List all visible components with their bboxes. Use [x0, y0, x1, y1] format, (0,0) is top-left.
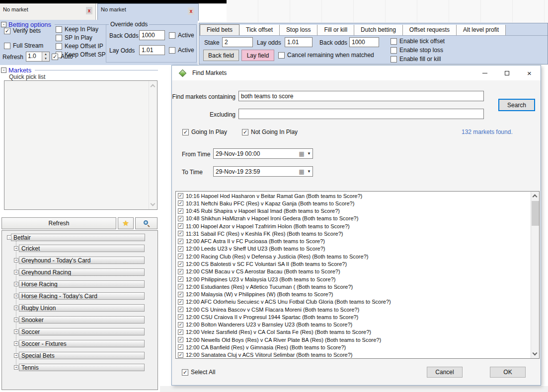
market-row[interactable]: ✓12:00 CSM Bacau v CS Aerostar Bacau (Bo… — [176, 268, 531, 275]
not-going-in-play-checkbox[interactable]: ✓ Not Going In Play — [242, 129, 298, 135]
find-markets-input[interactable]: both teams to score — [238, 91, 484, 101]
market-row[interactable]: ✓10:16 Hapoel Hod Hasharon v Beitar Rama… — [176, 192, 531, 199]
checkbox-icon[interactable] — [56, 35, 62, 41]
refresh-tree-button[interactable]: Refresh — [1, 217, 116, 229]
market-row[interactable]: ✓10:48 Shikhun HaMizrah v Hapoel Ironi G… — [176, 215, 531, 222]
spin-up-icon[interactable]: ▲ — [42, 52, 49, 57]
checkbox-icon[interactable] — [278, 52, 285, 59]
market-row[interactable]: ✓12:00 CSU Craiova II v Progresul 1944 S… — [176, 313, 531, 321]
market-row[interactable]: ✓12:00 CS Balotesti v SC FC Voluntari SA… — [176, 260, 531, 267]
spinner-buttons[interactable]: ▲▼ — [42, 52, 49, 61]
market-row[interactable]: ✓12:00 Velez Sarsfield (Res) v CA Col Sa… — [176, 328, 531, 336]
close-button[interactable]: × — [518, 65, 541, 80]
checkbox-icon[interactable] — [56, 26, 62, 33]
tree-node-cricket[interactable]: Cricket — [19, 245, 145, 252]
checkbox-icon[interactable]: ✓ — [178, 352, 183, 358]
checkbox-icon[interactable] — [169, 32, 175, 39]
calendar-icon[interactable]: ▦ — [298, 150, 306, 157]
market-row[interactable]: ✓12:00 AFC Astra II v FC Pucioasa (Both … — [176, 238, 531, 245]
expand-icon[interactable]: + — [14, 246, 18, 251]
expand-icon[interactable]: + — [14, 258, 18, 262]
checkbox-icon[interactable]: ✓ — [182, 129, 189, 135]
lay-active-checkbox[interactable]: Active — [169, 47, 194, 54]
market-row[interactable]: ✓12:00 Newells Old Boys (Res) v CA River… — [176, 336, 531, 343]
checkbox-icon[interactable] — [4, 43, 10, 49]
tree-node-tennis[interactable]: Tennis — [19, 364, 145, 371]
tab-dutch-betting[interactable]: Dutch betting — [354, 25, 403, 35]
cancel-remaining-checkbox[interactable]: Cancel remaining when matched — [278, 52, 374, 59]
market-row[interactable]: ✓11:00 Hapoel Azor v Hapoel Tzafririm Ho… — [176, 222, 531, 230]
spin-down-icon[interactable]: ▼ — [42, 57, 49, 61]
expand-icon[interactable]: + — [14, 270, 18, 274]
quickpick-scrollbar[interactable] — [149, 81, 157, 209]
scroll-down-icon[interactable] — [533, 351, 538, 356]
market-row[interactable]: ✓12:00 Estudiantes (Res) v Atletico Tucu… — [176, 283, 531, 290]
betting-option-checkbox[interactable]: SP In Play — [56, 34, 106, 41]
back-field-button[interactable]: Back field — [203, 50, 239, 61]
chevron-down-icon[interactable]: ▼ — [306, 151, 313, 156]
checkbox-icon[interactable]: ✓ — [178, 208, 183, 214]
checkbox-icon[interactable] — [391, 38, 397, 45]
collapse-icon[interactable]: - — [1, 22, 6, 27]
cancel-button[interactable]: Cancel — [427, 367, 463, 378]
checkbox-icon[interactable]: ✓ — [52, 54, 58, 60]
market-tab-2[interactable]: No market x — [97, 3, 199, 21]
tree-node-betfair[interactable]: Betfair — [11, 234, 145, 241]
expand-icon[interactable]: + — [14, 306, 18, 310]
favourites-button[interactable]: ★ — [118, 217, 134, 229]
expand-icon[interactable]: + — [14, 329, 18, 334]
market-row[interactable]: ✓12:00 AFC Odorheiu Secuiesc v ACS Unu F… — [176, 298, 531, 306]
enable-checkbox[interactable]: Enable tick offset — [391, 38, 445, 45]
ok-button[interactable]: OK — [490, 367, 526, 378]
tab-alt-level-profit[interactable]: Alt level profit — [457, 25, 506, 35]
quick-pick-list[interactable] — [4, 80, 157, 210]
checkbox-icon[interactable]: ✓ — [178, 322, 183, 327]
tree-node-rugby-union[interactable]: Rugby Union — [19, 304, 145, 312]
checkbox-icon[interactable]: ✓ — [178, 276, 183, 282]
checkbox-icon[interactable] — [169, 47, 175, 54]
select-all-checkbox[interactable]: ✓ Select All — [182, 369, 215, 376]
maximize-button[interactable] — [496, 65, 518, 80]
dialog-titlebar[interactable]: Find Markets × — [172, 65, 541, 80]
checkbox-icon[interactable]: ✓ — [178, 337, 183, 342]
checkbox-icon[interactable]: ✓ — [178, 246, 183, 252]
calendar-icon[interactable]: ▦ — [298, 168, 306, 175]
tab-fill-or-kill[interactable]: Fill or kill — [317, 25, 354, 35]
tree-node-snooker[interactable]: Snooker — [19, 316, 145, 324]
checkbox-icon[interactable]: ✓ — [178, 223, 183, 229]
checkbox-icon[interactable]: ✓ — [178, 239, 183, 244]
tab-field-bets[interactable]: Field bets — [200, 24, 239, 35]
expand-icon[interactable]: + — [14, 318, 18, 322]
to-time-picker[interactable]: 29-Nov-19 23:59 ▦ ▼ — [213, 166, 313, 177]
checkbox-icon[interactable]: ✓ — [178, 292, 183, 297]
checkbox-icon[interactable]: ✓ — [178, 216, 183, 221]
full-stream-checkbox[interactable]: Full Stream — [4, 42, 43, 49]
market-row[interactable]: ✓12:00 Racing Club (Res) v Defensa y Jus… — [176, 253, 531, 260]
market-row[interactable]: ✓12:00 CS Unirea Bascov v CSM Flacara Mo… — [176, 306, 531, 313]
collapse-icon[interactable]: - — [1, 67, 6, 73]
checkbox-icon[interactable] — [391, 47, 397, 54]
market-row[interactable]: ✓10:31 Neftchi Baku PFC (Res) v Kapaz Ga… — [176, 199, 531, 207]
excluding-input[interactable] — [238, 109, 484, 119]
checkbox-icon[interactable]: ✓ — [178, 299, 183, 305]
search-markets-button[interactable] — [135, 217, 157, 229]
expand-icon[interactable]: + — [14, 353, 18, 358]
checkbox-icon[interactable]: ✓ — [178, 314, 183, 320]
lay-odds-input[interactable]: 1.01 — [139, 45, 165, 55]
market-list-scrollbar[interactable] — [531, 192, 539, 358]
lay-odds-input[interactable]: 1.01 — [285, 37, 313, 47]
checkbox-icon[interactable]: ✓ — [178, 193, 183, 198]
stake-input[interactable]: 2 — [222, 37, 253, 47]
back-odds-input[interactable]: 1000 — [349, 37, 379, 47]
tree-node-horse-racing[interactable]: Horse Racing — [19, 280, 145, 288]
checkbox-icon[interactable]: ✓ — [178, 200, 183, 206]
market-row[interactable]: ✓11:31 Sabail FC (Res) v Keshla FK (Res)… — [176, 230, 531, 237]
checkbox-icon[interactable] — [56, 43, 62, 50]
minimize-button[interactable] — [473, 65, 496, 80]
enable-checkbox[interactable]: Enable stop loss — [391, 47, 445, 54]
betting-option-checkbox[interactable]: Keep Offset IP — [56, 43, 106, 50]
tab-stop-loss[interactable]: Stop loss — [280, 25, 317, 35]
market-list[interactable]: ✓10:16 Hapoel Hod Hasharon v Beitar Rama… — [175, 191, 540, 359]
tree-node-soccer-fixtures[interactable]: Soccer - Fixtures — [19, 340, 145, 347]
checkbox-icon[interactable]: ✓ — [178, 329, 183, 335]
